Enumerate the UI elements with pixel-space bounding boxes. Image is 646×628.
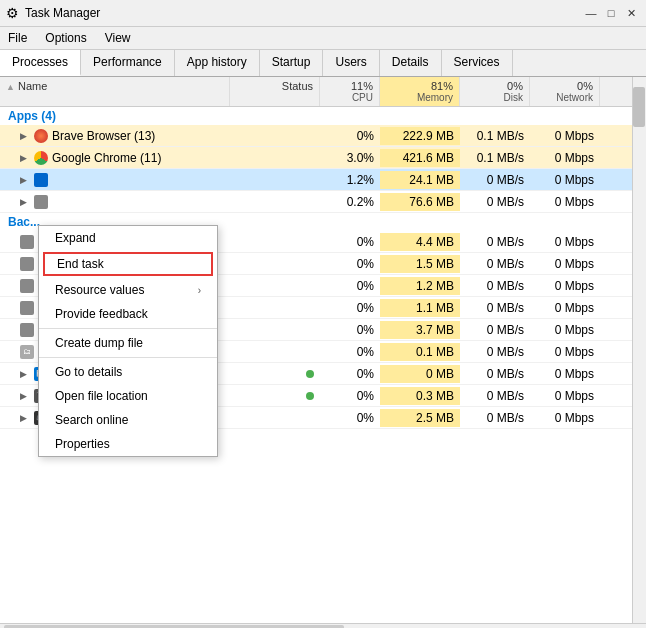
expand-arrow[interactable]: ▶ bbox=[20, 153, 30, 163]
process-memory: 1.1 MB bbox=[380, 299, 460, 317]
horizontal-scrollbar[interactable] bbox=[0, 623, 646, 628]
col-status[interactable]: Status bbox=[230, 77, 320, 106]
process-cpu: 0% bbox=[320, 233, 380, 251]
ctx-resource-values[interactable]: Resource values › bbox=[39, 278, 217, 302]
app-icon bbox=[34, 195, 48, 209]
expand-arrow[interactable]: ▶ bbox=[20, 175, 30, 185]
ctx-open-file[interactable]: Open file location bbox=[39, 384, 217, 408]
bg-icon bbox=[20, 279, 34, 293]
process-memory: 1.5 MB bbox=[380, 255, 460, 273]
col-network[interactable]: 0% Network bbox=[530, 77, 600, 106]
process-cpu: 0% bbox=[320, 343, 380, 361]
bg-icon bbox=[20, 257, 34, 271]
ctx-provide-feedback[interactable]: Provide feedback bbox=[39, 302, 217, 326]
tab-bar: Processes Performance App history Startu… bbox=[0, 50, 646, 77]
expand-arrow[interactable]: ▶ bbox=[20, 197, 30, 207]
status-green bbox=[306, 392, 314, 400]
tab-details[interactable]: Details bbox=[380, 50, 442, 76]
col-disk[interactable]: 0% Disk bbox=[460, 77, 530, 106]
tab-app-history[interactable]: App history bbox=[175, 50, 260, 76]
ctx-divider2 bbox=[39, 357, 217, 358]
tab-users[interactable]: Users bbox=[323, 50, 379, 76]
tab-startup[interactable]: Startup bbox=[260, 50, 324, 76]
process-disk: 0 MB/s bbox=[460, 233, 530, 251]
process-disk: 0 MB/s bbox=[460, 365, 530, 383]
menu-options[interactable]: Options bbox=[41, 29, 90, 47]
context-menu: Expand End task Resource values › Provid… bbox=[38, 225, 218, 457]
process-status bbox=[230, 387, 320, 405]
submenu-arrow: › bbox=[198, 285, 201, 296]
process-status bbox=[230, 365, 320, 383]
process-cpu: 0% bbox=[320, 299, 380, 317]
process-disk: 0 MB/s bbox=[460, 193, 530, 211]
maximize-button[interactable]: □ bbox=[602, 4, 620, 22]
process-status bbox=[230, 416, 320, 420]
scroll-thumb[interactable] bbox=[633, 87, 645, 127]
ctx-go-details[interactable]: Go to details bbox=[39, 360, 217, 384]
h-scroll-thumb[interactable] bbox=[4, 625, 344, 629]
process-memory: 76.6 MB bbox=[380, 193, 460, 211]
vertical-scrollbar[interactable] bbox=[632, 77, 646, 623]
expand-arrow[interactable]: ▶ bbox=[20, 413, 30, 423]
process-status bbox=[230, 200, 320, 204]
process-disk: 0 MB/s bbox=[460, 343, 530, 361]
process-network: 0 Mbps bbox=[530, 277, 600, 295]
ctx-expand[interactable]: Expand bbox=[39, 226, 217, 250]
section-apps: Apps (4) bbox=[0, 107, 632, 125]
process-disk: 0.1 MB/s bbox=[460, 149, 530, 167]
ctx-create-dump[interactable]: Create dump file bbox=[39, 331, 217, 355]
title-bar: ⚙ Task Manager — □ ✕ bbox=[0, 0, 646, 27]
process-cpu: 0.2% bbox=[320, 193, 380, 211]
process-cpu: 0% bbox=[320, 387, 380, 405]
process-network: 0 Mbps bbox=[530, 343, 600, 361]
process-memory: 2.5 MB bbox=[380, 409, 460, 427]
ctx-end-task[interactable]: End task bbox=[43, 252, 213, 276]
table-row[interactable]: ▶ Google Chrome (11) 3.0% 421.6 MB 0.1 M… bbox=[0, 147, 632, 169]
process-cpu: 1.2% bbox=[320, 171, 380, 189]
col-name[interactable]: ▲ Name bbox=[0, 77, 230, 106]
col-cpu[interactable]: 11% CPU bbox=[320, 77, 380, 106]
app-icon bbox=[34, 173, 48, 187]
expand-arrow[interactable]: ▶ bbox=[20, 391, 30, 401]
col-memory[interactable]: 81% Memory bbox=[380, 77, 460, 106]
process-status bbox=[230, 178, 320, 182]
process-memory: 0.3 MB bbox=[380, 387, 460, 405]
process-cpu: 0% bbox=[320, 365, 380, 383]
ctx-search-online[interactable]: Search online bbox=[39, 408, 217, 432]
process-network: 0 Mbps bbox=[530, 171, 600, 189]
process-status bbox=[230, 156, 320, 160]
process-name: ▶ bbox=[0, 193, 230, 211]
table-row[interactable]: ▶ 0.2% 76.6 MB 0 MB/s 0 Mbps bbox=[0, 191, 632, 213]
table-row[interactable]: ▶ Brave Browser (13) 0% 222.9 MB 0.1 MB/… bbox=[0, 125, 632, 147]
process-disk: 0 MB/s bbox=[460, 321, 530, 339]
ctx-properties[interactable]: Properties bbox=[39, 432, 217, 456]
tab-processes[interactable]: Processes bbox=[0, 50, 81, 76]
menu-view[interactable]: View bbox=[101, 29, 135, 47]
process-network: 0 Mbps bbox=[530, 127, 600, 145]
process-memory: 3.7 MB bbox=[380, 321, 460, 339]
main-area: ▲ Name Status 11% CPU 81% Memory 0% Disk… bbox=[0, 77, 646, 623]
expand-arrow[interactable]: ▶ bbox=[20, 369, 30, 379]
process-network: 0 Mbps bbox=[530, 321, 600, 339]
title-bar-left: ⚙ Task Manager bbox=[6, 5, 100, 21]
chrome-icon bbox=[34, 151, 48, 165]
process-network: 0 Mbps bbox=[530, 299, 600, 317]
process-cpu: 0% bbox=[320, 321, 380, 339]
window-title: Task Manager bbox=[25, 6, 100, 20]
process-memory: 4.4 MB bbox=[380, 233, 460, 251]
menu-file[interactable]: File bbox=[4, 29, 31, 47]
process-status bbox=[230, 134, 320, 138]
process-cpu: 3.0% bbox=[320, 149, 380, 167]
process-status bbox=[230, 240, 320, 244]
minimize-button[interactable]: — bbox=[582, 4, 600, 22]
close-button[interactable]: ✕ bbox=[622, 4, 640, 22]
process-disk: 0.1 MB/s bbox=[460, 127, 530, 145]
process-network: 0 Mbps bbox=[530, 193, 600, 211]
expand-arrow[interactable]: ▶ bbox=[20, 131, 30, 141]
table-row[interactable]: ▶ 1.2% 24.1 MB 0 MB/s 0 Mbps bbox=[0, 169, 632, 191]
process-network: 0 Mbps bbox=[530, 365, 600, 383]
process-disk: 0 MB/s bbox=[460, 409, 530, 427]
tab-services[interactable]: Services bbox=[442, 50, 513, 76]
tab-performance[interactable]: Performance bbox=[81, 50, 175, 76]
process-cpu: 0% bbox=[320, 255, 380, 273]
